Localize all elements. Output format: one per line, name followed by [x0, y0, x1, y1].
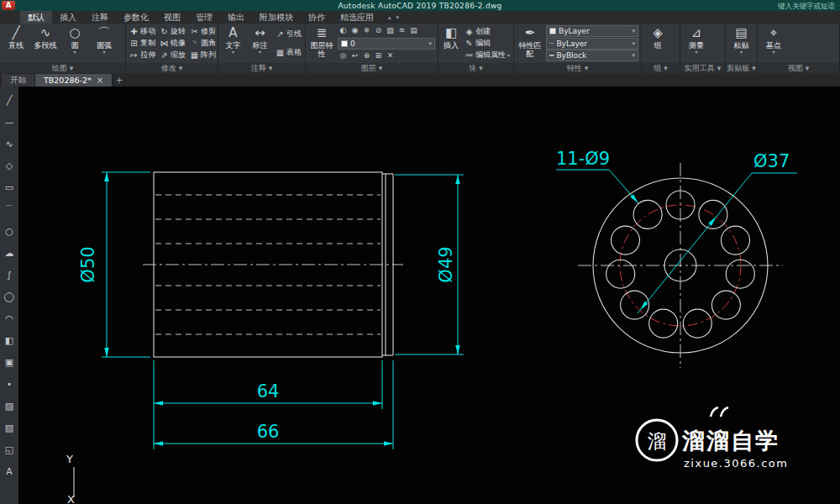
file-tab-start[interactable]: 开始 — [2, 74, 35, 87]
ribbon-button-polyline[interactable]: ∿多段线 — [31, 24, 60, 62]
ribbon-button-circle[interactable]: ○圆▾ — [60, 24, 89, 62]
ribbon-button-stretch[interactable]: ↦拉伸 — [128, 50, 157, 61]
ellipse-arc-tool-button[interactable]: ◠ — [1, 308, 18, 330]
chevron-down-icon: ▾ — [428, 40, 432, 47]
panel-label[interactable]: 绘图 ▾ — [0, 63, 125, 73]
ribbon-tab[interactable]: 协作 — [301, 11, 333, 24]
base-point-icon: ⌖ — [770, 26, 777, 40]
ribbon-tab[interactable]: 管理 — [188, 11, 220, 24]
end-view — [578, 163, 783, 368]
ribbon-button-table[interactable]: ▦表格 — [274, 46, 303, 58]
ribbon-button-layer-properties[interactable]: ≣图层特性 — [307, 24, 336, 62]
ribbon-button-trim[interactable]: ✂修剪▾ — [188, 25, 218, 37]
circle-tool-button[interactable]: ○ — [1, 221, 18, 243]
ribbon-button-scale[interactable]: ⇗缩放 — [158, 50, 187, 61]
insert-block-tool-button[interactable]: ◧ — [1, 330, 18, 352]
ribbon-button-group[interactable]: ◈组 — [643, 24, 672, 62]
layer-color-icon[interactable]: ▨ — [385, 25, 396, 36]
panel-label[interactable]: 块 ▾ — [438, 63, 513, 73]
polygon-tool-button[interactable]: ◇ — [1, 155, 18, 177]
close-icon[interactable]: × — [97, 76, 103, 85]
panel-label[interactable]: 实用工具 ▾ — [680, 63, 725, 73]
ribbon-button-measure[interactable]: ⊿测量▾ — [682, 24, 711, 62]
panel-label[interactable]: 注释 ▾ — [218, 63, 305, 73]
xline-tool-button[interactable]: — — [1, 112, 18, 134]
ribbon-tab[interactable]: 注释 — [84, 11, 116, 24]
ribbon-button-arc[interactable]: ⌒圆弧▾ — [90, 24, 118, 62]
line-tool-button[interactable]: ╱ — [1, 90, 18, 112]
layer-prev-icon[interactable]: ↩ — [349, 50, 360, 61]
layer-isolate-icon[interactable]: ◉ — [349, 25, 360, 36]
layer-lock-icon[interactable]: ⊘ — [373, 25, 384, 36]
main-area: ╱—∿◇▭⌒○☁∫◯◠◧▣•▨▧◱A — [0, 87, 840, 504]
panel-label[interactable]: 视图 ▾ — [758, 63, 839, 73]
file-tab-drawing[interactable]: TB20286-2* × — [35, 74, 113, 87]
rectangle-tool-button[interactable]: ▭ — [1, 177, 18, 199]
ribbon-tab[interactable]: 默认 — [20, 11, 52, 24]
layer-merge-icon[interactable]: ⊞ — [373, 50, 384, 61]
ribbon-button-dimension[interactable]: ↔标注▾ — [247, 24, 273, 62]
panel-label[interactable]: 剪贴板 ▾ — [726, 63, 757, 73]
ribbon-button-array[interactable]: ▦阵列▾ — [188, 50, 218, 61]
panel-label[interactable]: 图层 ▾ — [306, 63, 438, 73]
layer-match-icon[interactable]: ⊕ — [361, 50, 372, 61]
ribbon-button-fillet[interactable]: ◝圆角▾ — [188, 37, 218, 49]
ribbon-tab[interactable]: 参数化 — [116, 11, 156, 24]
new-tab-button[interactable]: + — [113, 74, 126, 87]
mtext-tool-button[interactable]: A — [1, 461, 18, 483]
ribbon-dropdown[interactable]: ━ByBlock▾ — [546, 50, 638, 61]
make-block-tool-button[interactable]: ▣ — [1, 352, 18, 374]
ribbon-button-copy[interactable]: ⊞复制 — [128, 37, 157, 49]
edit-block-icon: ✎ — [465, 39, 474, 48]
ribbon-dropdown[interactable]: ByLayer▾ — [546, 25, 638, 37]
ribbon-button-base-point[interactable]: ⌖基点▾ — [759, 24, 788, 62]
spline-tool-button[interactable]: ∫ — [1, 265, 18, 286]
ellipse-tool-button[interactable]: ◯ — [1, 286, 18, 308]
revcloud-tool-button[interactable]: ☁ — [1, 243, 18, 265]
ribbon-button-rotate[interactable]: ↻旋转 — [158, 25, 187, 37]
ribbon-tab[interactable]: 输出 — [220, 11, 252, 24]
layer-state-icon[interactable]: ▤ — [408, 25, 419, 36]
drawing-canvas[interactable]: Ø50 Ø49 64 66 — [18, 87, 840, 504]
ribbon-button-edit-attribute[interactable]: ≔编辑属性▾ — [463, 50, 512, 61]
panel-label[interactable]: 修改 ▾ — [126, 63, 218, 73]
arc-tool-button[interactable]: ⌒ — [1, 199, 18, 221]
panel-label[interactable]: 组 ▾ — [642, 63, 680, 73]
ribbon-button-create-block[interactable]: ◈创建 — [463, 25, 512, 37]
ribbon-tab[interactable]: 插入 — [52, 11, 84, 24]
ribbon-button-text[interactable]: A文字▾ — [220, 24, 246, 62]
hatch-tool-button[interactable]: ▨ — [1, 396, 18, 417]
ribbon-button-line[interactable]: ╱直线 — [2, 24, 30, 62]
file-tab-drawing-label: TB20286-2* — [44, 76, 92, 85]
ribbon-tab[interactable]: 精选应用 — [333, 11, 381, 24]
ribbon-button-leader[interactable]: ↗引线 — [274, 29, 303, 40]
panel-label[interactable]: 特性 ▾ — [514, 63, 641, 73]
ribbon-tab[interactable]: 视图 — [156, 11, 188, 24]
ribbon-tab[interactable]: 附加模块 — [252, 11, 301, 24]
region-tool-button[interactable]: ◱ — [1, 439, 18, 461]
polyline-tool-button[interactable]: ∿ — [1, 134, 18, 155]
point-tool-button[interactable]: • — [1, 374, 18, 396]
ribbon-button-edit-block[interactable]: ✎编辑 — [463, 37, 512, 49]
gradient-tool-button[interactable]: ▧ — [1, 417, 18, 439]
polyline-icon: ∿ — [40, 26, 51, 40]
layer-delete-icon[interactable]: ✕ — [385, 50, 396, 61]
ribbon-button-insert-block[interactable]: ◧插入 — [440, 24, 462, 62]
ribbon-dropdown[interactable]: 0▾ — [338, 38, 435, 50]
autocad-logo-icon[interactable]: A — [2, 1, 15, 10]
layer-off-icon[interactable]: ◐ — [338, 25, 349, 36]
ribbon-collapse-icon[interactable]: ▴ — [388, 14, 391, 21]
ribbon-button-move[interactable]: ✚移动 — [128, 25, 157, 37]
ribbon-dropdown[interactable]: ┈ByLayer▾ — [546, 38, 638, 50]
model-space[interactable]: Ø50 Ø49 64 66 — [18, 87, 840, 504]
ribbon-button-mirror[interactable]: ⋈镜像 — [158, 37, 187, 49]
arc-icon: ⌒ — [98, 26, 111, 40]
search-input[interactable]: 键入关键字或短语 — [778, 2, 835, 12]
layer-walk-icon[interactable]: ≋ — [396, 25, 407, 36]
ribbon-pin-icon[interactable]: ▾ — [396, 14, 400, 21]
dropdown-value: ByBlock — [556, 51, 629, 60]
ribbon-button-paste[interactable]: ▤粘贴▾ — [727, 24, 755, 62]
layer-unisolate-icon[interactable]: ◎ — [338, 50, 349, 61]
layer-freeze-icon[interactable]: ❄ — [361, 25, 372, 36]
ribbon-button-match-properties[interactable]: ✒特性匹配 — [516, 24, 544, 62]
